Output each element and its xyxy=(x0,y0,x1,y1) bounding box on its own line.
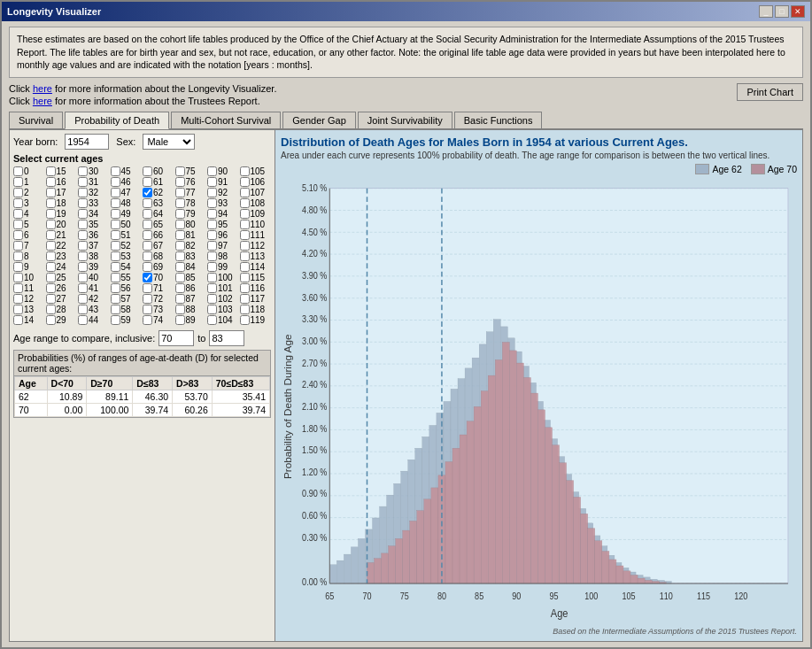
list-item[interactable]: 34 xyxy=(78,209,110,219)
age-checkbox[interactable] xyxy=(78,251,88,261)
list-item[interactable]: 61 xyxy=(143,177,174,187)
age-checkbox[interactable] xyxy=(13,241,23,251)
age-checkbox[interactable] xyxy=(240,251,250,261)
list-item[interactable]: 33 xyxy=(78,198,110,208)
list-item[interactable]: 102 xyxy=(207,294,239,304)
list-item[interactable]: 118 xyxy=(240,305,272,314)
list-item[interactable]: 20 xyxy=(46,220,78,229)
age-checkbox[interactable] xyxy=(175,220,185,229)
list-item[interactable]: 110 xyxy=(240,220,272,229)
list-item[interactable]: 39 xyxy=(78,262,110,272)
age-checkbox[interactable] xyxy=(46,198,56,208)
list-item[interactable]: 55 xyxy=(111,273,143,282)
age-checkbox[interactable] xyxy=(46,294,56,304)
list-item[interactable]: 71 xyxy=(143,283,174,293)
age-checkbox[interactable] xyxy=(175,315,185,325)
age-checkbox[interactable] xyxy=(143,188,152,197)
age-checkbox[interactable] xyxy=(143,198,152,208)
list-item[interactable]: 3 xyxy=(13,198,45,208)
age-checkbox[interactable] xyxy=(13,283,23,293)
age-checkbox[interactable] xyxy=(111,241,120,251)
list-item[interactable]: 98 xyxy=(207,251,239,261)
list-item[interactable]: 86 xyxy=(175,283,207,293)
age-checkbox[interactable] xyxy=(143,262,152,272)
list-item[interactable]: 75 xyxy=(175,166,207,176)
list-item[interactable]: 103 xyxy=(207,305,239,314)
age-checkbox[interactable] xyxy=(46,241,56,251)
age-checkbox[interactable] xyxy=(78,230,88,240)
age-checkbox[interactable] xyxy=(46,177,56,187)
list-item[interactable]: 109 xyxy=(240,209,272,219)
list-item[interactable]: 45 xyxy=(111,166,143,176)
age-checkbox[interactable] xyxy=(143,209,152,219)
list-item[interactable]: 83 xyxy=(175,251,207,261)
range-from-input[interactable] xyxy=(159,330,194,346)
list-item[interactable]: 93 xyxy=(207,198,239,208)
age-checkbox[interactable] xyxy=(240,209,250,219)
age-checkbox[interactable] xyxy=(111,220,120,229)
age-checkbox[interactable] xyxy=(240,262,250,272)
list-item[interactable]: 108 xyxy=(240,198,272,208)
age-checkbox[interactable] xyxy=(143,273,152,282)
list-item[interactable]: 54 xyxy=(111,262,143,272)
age-checkbox[interactable] xyxy=(46,283,56,293)
list-item[interactable]: 101 xyxy=(207,283,239,293)
list-item[interactable]: 114 xyxy=(240,262,272,272)
age-checkbox[interactable] xyxy=(175,283,185,293)
age-checkbox[interactable] xyxy=(207,188,217,197)
age-checkbox[interactable] xyxy=(207,177,217,187)
age-checkbox[interactable] xyxy=(46,315,56,325)
age-checkbox[interactable] xyxy=(46,273,56,282)
age-checkbox[interactable] xyxy=(13,294,23,304)
age-checkbox[interactable] xyxy=(111,177,120,187)
list-item[interactable]: 117 xyxy=(240,294,272,304)
age-checkbox[interactable] xyxy=(143,251,152,261)
age-checkbox[interactable] xyxy=(13,177,23,187)
age-checkbox[interactable] xyxy=(207,305,217,314)
age-checkbox[interactable] xyxy=(111,294,120,304)
age-checkbox[interactable] xyxy=(207,198,217,208)
age-checkbox[interactable] xyxy=(13,251,23,261)
list-item[interactable]: 42 xyxy=(78,294,110,304)
list-item[interactable]: 69 xyxy=(143,262,174,272)
list-item[interactable]: 19 xyxy=(46,209,78,219)
age-checkbox[interactable] xyxy=(111,262,120,272)
tab-probability-of-death[interactable]: Probability of Death xyxy=(65,112,169,129)
age-checkbox[interactable] xyxy=(111,315,120,325)
list-item[interactable]: 119 xyxy=(240,315,272,325)
age-checkbox[interactable] xyxy=(240,283,250,293)
list-item[interactable]: 84 xyxy=(175,262,207,272)
age-checkbox[interactable] xyxy=(78,198,88,208)
list-item[interactable]: 90 xyxy=(207,166,239,176)
list-item[interactable]: 72 xyxy=(143,294,174,304)
age-checkbox[interactable] xyxy=(175,294,185,304)
list-item[interactable]: 107 xyxy=(240,188,272,197)
list-item[interactable]: 70 xyxy=(143,273,174,282)
age-checkbox[interactable] xyxy=(240,230,250,240)
age-checkbox[interactable] xyxy=(207,283,217,293)
list-item[interactable]: 53 xyxy=(111,251,143,261)
list-item[interactable]: 31 xyxy=(78,177,110,187)
list-item[interactable]: 11 xyxy=(13,283,45,293)
age-checkbox[interactable] xyxy=(111,273,120,282)
age-checkbox[interactable] xyxy=(13,166,23,176)
age-checkbox[interactable] xyxy=(240,315,250,325)
list-item[interactable]: 18 xyxy=(46,198,78,208)
list-item[interactable]: 0 xyxy=(13,166,45,176)
list-item[interactable]: 92 xyxy=(207,188,239,197)
age-checkbox[interactable] xyxy=(78,294,88,304)
age-checkbox[interactable] xyxy=(240,294,250,304)
age-checkbox[interactable] xyxy=(46,305,56,314)
list-item[interactable]: 6 xyxy=(13,230,45,240)
age-checkbox[interactable] xyxy=(111,283,120,293)
list-item[interactable]: 49 xyxy=(111,209,143,219)
age-checkbox[interactable] xyxy=(13,220,23,229)
age-checkbox[interactable] xyxy=(207,273,217,282)
list-item[interactable]: 73 xyxy=(143,305,174,314)
list-item[interactable]: 94 xyxy=(207,209,239,219)
age-checkbox[interactable] xyxy=(240,166,250,176)
age-checkbox[interactable] xyxy=(143,177,152,187)
list-item[interactable]: 50 xyxy=(111,220,143,229)
list-item[interactable]: 97 xyxy=(207,241,239,251)
list-item[interactable]: 17 xyxy=(46,188,78,197)
